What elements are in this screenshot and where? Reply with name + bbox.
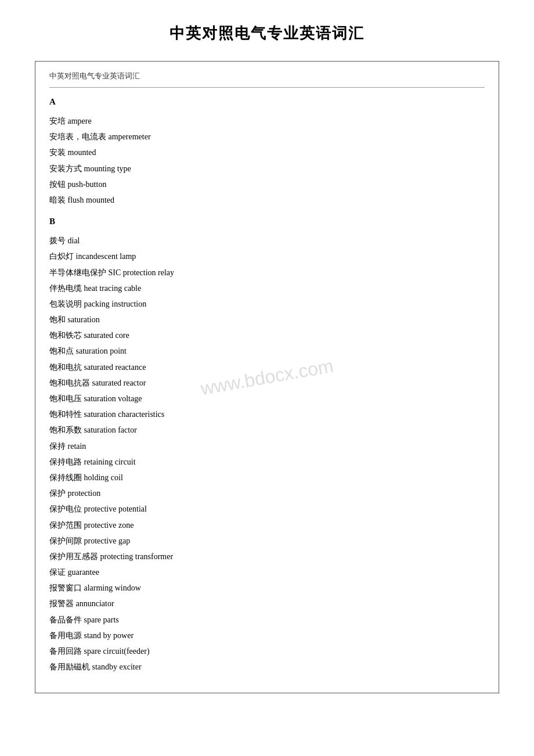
entry: 饱和点 saturation point: [49, 344, 485, 358]
entry: 安装方式 mounting type: [49, 161, 485, 176]
entry: 饱和电抗器 saturated reactor: [49, 376, 485, 390]
entry: 保护范围 protective zone: [49, 518, 485, 532]
entry: 包装说明 packing instruction: [49, 297, 485, 311]
entry: 半导体继电保护 SIC protection relay: [49, 265, 485, 280]
entry: 饱和电抗 saturated reactance: [49, 360, 485, 375]
content-box-title: 中英对照电气专业英语词汇: [49, 71, 485, 81]
entry: 报警窗口 alarming window: [49, 581, 485, 595]
entry: 伴热电缆 heat tracing cable: [49, 281, 485, 296]
entry: 备品备件 spare parts: [49, 613, 485, 627]
entry: 安装 mounted: [49, 145, 485, 160]
entry: 保护 protection: [49, 486, 485, 501]
entry: 保护用互感器 protecting transformer: [49, 549, 485, 564]
entry: 安培 ampere: [49, 114, 485, 128]
section-letter-b: B: [49, 217, 485, 226]
entry: 饱和 saturation: [49, 312, 485, 327]
entry: 饱和电压 saturation voltage: [49, 391, 485, 406]
entry: 报警器 annunciator: [49, 596, 485, 611]
entry: 保持 retain: [49, 439, 485, 453]
entry: 保护电位 protective potential: [49, 502, 485, 516]
entry: 保持电路 retaining circuit: [49, 455, 485, 469]
entry: 饱和特性 saturation characteristics: [49, 407, 485, 422]
entry: 拨号 dial: [49, 233, 485, 248]
section-b: B拨号 dial白炽灯 incandescent lamp半导体继电保护 SIC…: [49, 217, 485, 674]
content-box: www.bdocx.com 中英对照电气专业英语词汇 A安培 ampere安培表…: [35, 61, 499, 693]
section-letter-a: A: [49, 97, 485, 107]
entry: 备用励磁机 standby exciter: [49, 660, 485, 674]
entry: 按钮 push-button: [49, 177, 485, 192]
entry: 饱和系数 saturation factor: [49, 423, 485, 437]
entry: 饱和铁芯 saturated core: [49, 328, 485, 343]
divider: [49, 87, 485, 88]
entry: 暗装 flush mounted: [49, 193, 485, 207]
entry: 保持线圈 holding coil: [49, 470, 485, 485]
entry: 保护间隙 protective gap: [49, 534, 485, 548]
page-title: 中英对照电气专业英语词汇: [35, 23, 499, 44]
entry: 备用电源 stand by power: [49, 628, 485, 643]
entry: 保证 guarantee: [49, 565, 485, 579]
section-a: A安培 ampere安培表，电流表 amperemeter安装 mounted安…: [49, 97, 485, 207]
entry: 白炽灯 incandescent lamp: [49, 249, 485, 264]
entry: 备用回路 spare circuit(feeder): [49, 644, 485, 658]
entry: 安培表，电流表 amperemeter: [49, 129, 485, 144]
